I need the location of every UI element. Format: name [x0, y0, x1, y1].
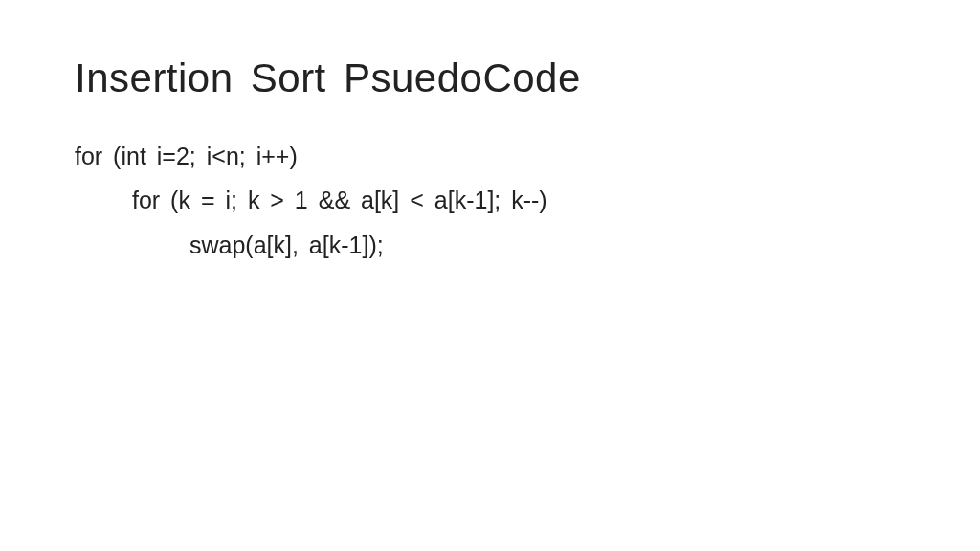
code-line-2: for (k = i; k > 1 && a[k] < a[k-1]; k--)	[75, 178, 905, 222]
code-line-3: swap(a[k], a[k-1]);	[75, 223, 905, 267]
slide-title: Insertion Sort PsuedoCode	[75, 55, 905, 101]
slide-container: Insertion Sort PsuedoCode for (int i=2; …	[0, 0, 980, 551]
code-line-1: for (int i=2; i<n; i++)	[75, 134, 905, 178]
pseudocode-block: for (int i=2; i<n; i++) for (k = i; k > …	[75, 134, 905, 267]
